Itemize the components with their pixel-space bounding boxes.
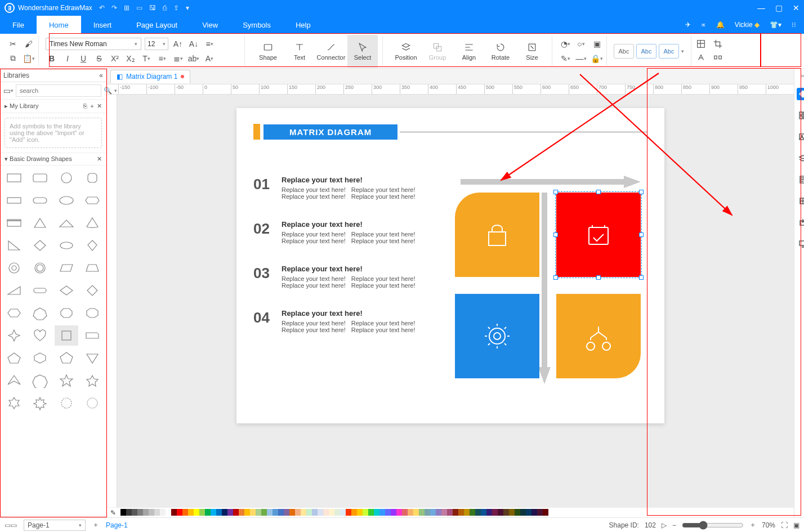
- increase-font-icon[interactable]: A↑: [172, 38, 184, 50]
- bullets-icon[interactable]: ≣▾: [172, 52, 184, 65]
- menu-view[interactable]: View: [190, 16, 230, 34]
- shape-right-triangle[interactable]: [2, 235, 26, 256]
- more-icon[interactable]: ▾: [186, 4, 189, 12]
- export-icon[interactable]: ⇪: [173, 4, 179, 12]
- shape-rect-angled[interactable]: [81, 190, 104, 211]
- shape-burst2[interactable]: [81, 393, 104, 413]
- page-tab[interactable]: Page-1: [106, 521, 128, 529]
- palette-swatch[interactable]: [486, 509, 492, 516]
- palette-swatch[interactable]: [177, 509, 182, 516]
- text-style-icon[interactable]: [696, 52, 707, 64]
- shape-roundsquare[interactable]: [81, 168, 104, 188]
- palette-swatch[interactable]: [379, 509, 385, 516]
- minimize-icon[interactable]: ―: [757, 3, 765, 12]
- shape-diamond[interactable]: [28, 235, 52, 256]
- cut-icon[interactable]: ✂: [7, 38, 19, 50]
- palette-swatch[interactable]: [470, 509, 475, 516]
- collapse-libraries-icon[interactable]: «: [99, 71, 103, 79]
- shape-tab[interactable]: [81, 325, 104, 346]
- shape-trapezoid[interactable]: [81, 258, 104, 278]
- fill-bucket-icon[interactable]: ◔▾: [559, 38, 571, 50]
- close-mylib-icon[interactable]: ✕: [97, 102, 102, 109]
- pen-icon[interactable]: ✎▾: [559, 52, 571, 65]
- search-icon[interactable]: 🔍: [104, 87, 112, 95]
- palette-swatch[interactable]: [351, 509, 357, 516]
- lock-icon[interactable]: 🔒▾: [591, 52, 603, 65]
- shape-triangle[interactable]: [28, 213, 52, 233]
- search-options-icon[interactable]: ▾: [114, 88, 117, 93]
- style-preset-2[interactable]: Abc: [636, 44, 656, 59]
- shape-oval[interactable]: [55, 235, 78, 256]
- palette-swatch[interactable]: [453, 509, 458, 516]
- palette-swatch[interactable]: [137, 509, 143, 516]
- image-panel-icon[interactable]: [797, 131, 805, 143]
- shape-stadium[interactable]: [28, 280, 52, 301]
- palette-swatch[interactable]: [318, 509, 323, 516]
- palette-swatch[interactable]: [368, 509, 374, 516]
- palette-swatch[interactable]: [503, 509, 509, 516]
- shape-oct2[interactable]: [81, 303, 104, 323]
- shape-rh[interactable]: [55, 280, 78, 301]
- palette-swatch[interactable]: [227, 509, 233, 516]
- line-style-icon[interactable]: —▾: [575, 52, 587, 65]
- rotate-tool[interactable]: Rotate: [485, 35, 516, 68]
- palette-swatch[interactable]: [188, 509, 194, 516]
- shape-kite[interactable]: [81, 235, 104, 256]
- share-icon[interactable]: ∝: [701, 21, 706, 29]
- distribute-icon[interactable]: [713, 52, 724, 64]
- palette-swatch[interactable]: [149, 509, 154, 516]
- palette-swatch[interactable]: [464, 509, 470, 516]
- palette-swatch[interactable]: [171, 509, 177, 516]
- fullscreen-icon[interactable]: ▣: [793, 521, 799, 529]
- shape-star6[interactable]: [2, 393, 26, 413]
- library-dropdown-icon[interactable]: ▭▾: [3, 84, 14, 97]
- palette-swatch[interactable]: [374, 509, 379, 516]
- palette-swatch[interactable]: [334, 509, 340, 516]
- palette-swatch[interactable]: [481, 509, 486, 516]
- font-size-select[interactable]: 12▾: [145, 38, 168, 50]
- align-panel-icon[interactable]: [797, 195, 805, 207]
- underline-icon[interactable]: U: [77, 52, 90, 65]
- menu-symbols[interactable]: Symbols: [230, 16, 283, 34]
- shadow-style-icon[interactable]: ▣: [591, 38, 603, 50]
- export-panel-icon[interactable]: [797, 216, 805, 229]
- italic-icon[interactable]: I: [61, 52, 74, 65]
- decrease-font-icon[interactable]: A↓: [187, 38, 200, 50]
- play-icon[interactable]: ▷: [662, 521, 667, 529]
- shape-pent2[interactable]: [55, 348, 78, 368]
- page-panel-icon[interactable]: [797, 173, 805, 186]
- line-color-icon[interactable]: ○▾: [575, 38, 587, 50]
- quad-cell-2[interactable]: [556, 193, 641, 277]
- bell-icon[interactable]: 🔔: [716, 21, 725, 29]
- eyedropper-icon[interactable]: ✎: [110, 509, 116, 517]
- shape-wedge[interactable]: [2, 280, 26, 301]
- page-selector[interactable]: Page-1▾: [24, 520, 86, 531]
- palette-swatch[interactable]: [340, 509, 346, 516]
- connector-tool[interactable]: Connector: [316, 35, 346, 68]
- palette-swatch[interactable]: [531, 509, 537, 516]
- palette-swatch[interactable]: [509, 509, 515, 516]
- shape-circle[interactable]: [55, 168, 78, 188]
- panel-expand-icon[interactable]: »: [801, 72, 804, 79]
- grid-panel-icon[interactable]: [797, 109, 805, 122]
- quad-cell-1[interactable]: [455, 193, 539, 277]
- shape-hex[interactable]: [2, 303, 26, 323]
- shape-heart[interactable]: [28, 325, 52, 346]
- font-family-select[interactable]: Times New Roman▾: [46, 38, 141, 50]
- document-tab[interactable]: ◧ Matrix Diagram 1: [110, 70, 190, 83]
- palette-swatch[interactable]: [295, 509, 301, 516]
- print-icon[interactable]: ⎙: [163, 4, 167, 12]
- palette-swatch[interactable]: [273, 509, 278, 516]
- canvas-stage[interactable]: MATRIX DIAGRAM 01Replace your text here!…: [107, 95, 794, 507]
- shape-triangle3[interactable]: [81, 348, 104, 368]
- maximize-icon[interactable]: ▢: [775, 3, 783, 12]
- palette-swatch[interactable]: [498, 509, 503, 516]
- shape-triangle-wide[interactable]: [55, 213, 78, 233]
- palette-swatch[interactable]: [363, 509, 368, 516]
- close-icon[interactable]: ✕: [793, 3, 799, 12]
- shape-ellipse[interactable]: [55, 190, 78, 211]
- palette-swatch[interactable]: [278, 509, 284, 516]
- select-tool[interactable]: Select: [347, 35, 378, 68]
- menu-insert[interactable]: Insert: [81, 16, 124, 34]
- menu-file[interactable]: File: [0, 16, 37, 34]
